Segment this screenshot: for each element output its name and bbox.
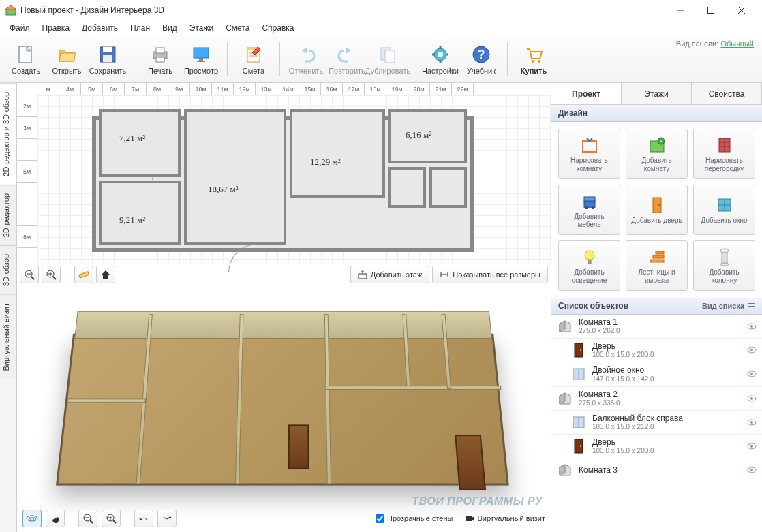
estimate-button[interactable]: Смета xyxy=(233,41,274,78)
panel-mode-link[interactable]: Обычный xyxy=(720,40,754,48)
camera-icon xyxy=(465,514,474,523)
visibility-icon[interactable] xyxy=(747,465,757,475)
svg-rect-61 xyxy=(466,516,472,521)
preview-button[interactable]: Просмотр xyxy=(181,41,222,78)
visibility-icon[interactable] xyxy=(747,394,757,403)
buy-button[interactable]: Купить xyxy=(513,41,554,78)
menu-add[interactable]: Добавить xyxy=(76,22,123,34)
tab-2d-3d[interactable]: 2D-редактор и 3D-обзор xyxy=(0,83,16,185)
zoom-out-3d-button[interactable] xyxy=(78,510,97,527)
design-btn-5[interactable]: Добавить окно xyxy=(693,185,755,235)
tilt-down-button[interactable] xyxy=(157,510,177,527)
zoom-out-button[interactable] xyxy=(20,266,39,283)
design-btn-8[interactable]: Добавить колонну xyxy=(693,240,755,291)
gear-icon xyxy=(429,44,451,65)
list-item[interactable]: Двойное окно147.0 x 15.0 x 142.0 xyxy=(551,362,762,386)
zoom-in-3d-button[interactable] xyxy=(102,510,121,527)
show-sizes-button[interactable]: Показывать все размеры xyxy=(432,266,548,283)
open-button[interactable]: Открыть xyxy=(46,41,87,78)
tilt-up-button[interactable] xyxy=(134,510,153,527)
pan-button[interactable] xyxy=(46,510,65,527)
cart-icon xyxy=(523,44,545,65)
list-item[interactable]: Комната 1275.0 x 262.0 xyxy=(551,315,762,339)
rotate-360-button[interactable]: 360 xyxy=(22,510,42,527)
view-3d[interactable]: ТВОИ ПРОГРАММЫ РУ 360 Прозрачные стены В… xyxy=(17,287,551,532)
svg-text:+: + xyxy=(659,138,662,144)
menu-estimate[interactable]: Смета xyxy=(220,22,255,34)
print-button[interactable]: Печать xyxy=(140,41,181,78)
list-item[interactable]: Комната 2275.0 x 335.0 xyxy=(551,387,762,411)
settings-button[interactable]: Настройки xyxy=(420,41,461,78)
menu-plan[interactable]: План xyxy=(125,22,155,34)
tab-properties[interactable]: Свойства xyxy=(692,83,762,104)
design-btn-2[interactable]: Нарисовать перегородку xyxy=(693,129,755,179)
svg-point-113 xyxy=(750,445,753,448)
view-list-link[interactable]: Вид списка xyxy=(702,302,755,310)
tutorial-button[interactable]: ?Учебник xyxy=(461,41,502,78)
svg-rect-10 xyxy=(103,55,112,62)
list-item[interactable]: Балконный блок справа183.0 x 15.0 x 212.… xyxy=(551,411,762,435)
undo-icon xyxy=(295,44,317,65)
save-button[interactable]: Сохранить xyxy=(87,41,128,78)
room-label: 6,16 м² xyxy=(406,129,431,140)
visibility-icon[interactable] xyxy=(747,322,757,331)
svg-point-80 xyxy=(585,251,594,260)
svg-rect-88 xyxy=(748,303,755,304)
add-floor-button[interactable]: Добавить этаж xyxy=(350,266,429,283)
visibility-icon[interactable] xyxy=(747,441,757,451)
list-item[interactable]: Комната 3 xyxy=(551,458,762,482)
svg-point-97 xyxy=(750,349,753,351)
design-btn-1[interactable]: +Добавить комнату xyxy=(626,129,688,179)
tab-project[interactable]: Проект xyxy=(551,83,622,104)
ruler-horizontal: м4м5м6м7м8м9м10м11м12м13м14м15м16м17м18м… xyxy=(37,83,551,95)
svg-point-101 xyxy=(750,373,753,375)
tab-virtual[interactable]: Виртуальный визит xyxy=(0,294,16,379)
undo-button[interactable]: Отменить xyxy=(286,41,326,78)
plan-canvas[interactable]: 7,21 м² 18,67 м² 12,29 м² 6,16 м² 9,21 м… xyxy=(37,95,551,263)
svg-text:?: ? xyxy=(478,48,485,61)
menu-view[interactable]: Вид xyxy=(157,22,183,34)
tab-floors[interactable]: Этажи xyxy=(622,83,692,104)
create-button[interactable]: Создать xyxy=(5,41,46,78)
home-button[interactable] xyxy=(96,266,115,283)
visibility-icon[interactable] xyxy=(747,418,757,427)
svg-rect-73 xyxy=(585,206,588,209)
list-item[interactable]: Дверь100.0 x 15.0 x 200.0 xyxy=(551,339,762,362)
svg-rect-12 xyxy=(156,48,164,53)
visibility-icon[interactable] xyxy=(747,345,757,355)
maximize-button[interactable] xyxy=(695,0,726,20)
object-list[interactable]: Комната 1275.0 x 262.0Дверь100.0 x 15.0 … xyxy=(551,315,762,532)
svg-rect-85 xyxy=(722,251,727,264)
close-button[interactable] xyxy=(726,0,757,20)
design-btn-4[interactable]: Добавить дверь xyxy=(626,185,688,235)
plan-toolbar: Добавить этаж Показывать все размеры xyxy=(20,265,548,284)
design-btn-7[interactable]: Лестницы и вырезы xyxy=(626,240,688,291)
transparent-walls-check[interactable]: Прозрачные стены xyxy=(376,514,453,523)
window-title: Новый проект - Дизайн Интерьера 3D xyxy=(20,5,665,15)
duplicate-button[interactable]: Дублировать xyxy=(367,41,408,78)
tab-2d[interactable]: 2D-редактор xyxy=(0,185,16,245)
measure-button[interactable] xyxy=(74,266,93,283)
list-item[interactable]: Дверь100.0 x 15.0 x 200.0 xyxy=(551,435,762,458)
svg-point-76 xyxy=(658,204,660,206)
tab-3d[interactable]: 3D-обзор xyxy=(0,245,16,294)
menu-file[interactable]: Файл xyxy=(4,22,35,34)
design-btn-6[interactable]: Добавить освещение xyxy=(558,240,620,291)
design-btn-0[interactable]: Нарисовать комнату xyxy=(558,129,620,179)
menu-help[interactable]: Справка xyxy=(256,22,299,34)
minimize-button[interactable] xyxy=(665,0,695,20)
menu-floors[interactable]: Этажи xyxy=(184,22,219,34)
visibility-icon[interactable] xyxy=(747,369,757,379)
zoom-in-button[interactable] xyxy=(42,266,61,283)
svg-rect-3 xyxy=(707,7,714,13)
view-3d-toolbar: 360 Прозрачные стены Виртуальный визит xyxy=(22,509,545,528)
app-icon xyxy=(5,5,16,16)
design-btn-3[interactable]: Добавить мебель xyxy=(558,185,620,235)
menu-edit[interactable]: Правка xyxy=(37,22,76,34)
redo-button[interactable]: Повторить xyxy=(326,41,367,78)
plan-view[interactable]: м4м5м6м7м8м9м10м11м12м13м14м15м16м17м18м… xyxy=(17,83,551,287)
room-label: 18,67 м² xyxy=(208,184,239,195)
svg-point-95 xyxy=(580,349,581,351)
virtual-visit-check[interactable]: Виртуальный визит xyxy=(465,514,545,523)
svg-rect-14 xyxy=(194,48,209,58)
